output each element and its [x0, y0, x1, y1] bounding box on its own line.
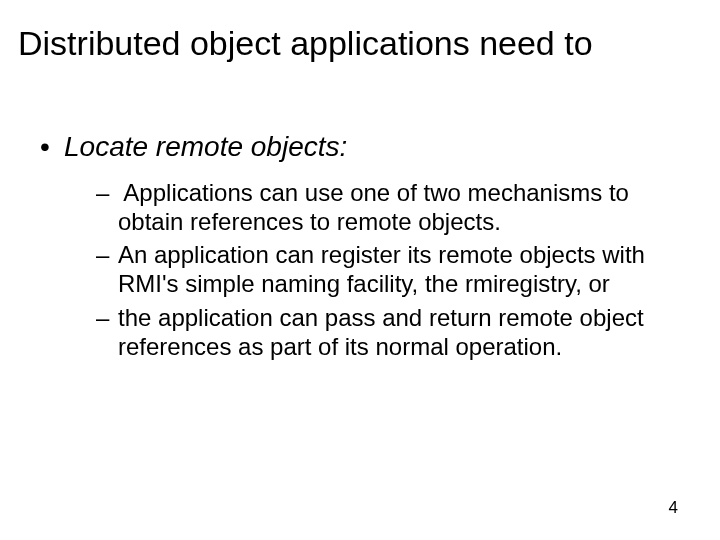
sub-bullet: –An application can register its remote …: [96, 240, 680, 299]
page-number: 4: [669, 498, 678, 518]
sub-bullet-text: An application can register its remote o…: [118, 241, 645, 297]
sub-bullet: – Applications can use one of two mechan…: [96, 178, 680, 237]
sub-bullet: –the application can pass and return rem…: [96, 303, 680, 362]
slide: Distributed object applications need to …: [0, 0, 720, 540]
sub-bullet-list: – Applications can use one of two mechan…: [96, 178, 680, 362]
sub-bullet-text: the application can pass and return remo…: [118, 304, 644, 360]
bullet-heading: Locate remote objects:: [40, 130, 680, 164]
slide-body: Locate remote objects: – Applications ca…: [40, 120, 680, 365]
sub-bullet-text: Applications can use one of two mechanis…: [118, 179, 629, 235]
slide-title: Distributed object applications need to: [18, 24, 702, 63]
